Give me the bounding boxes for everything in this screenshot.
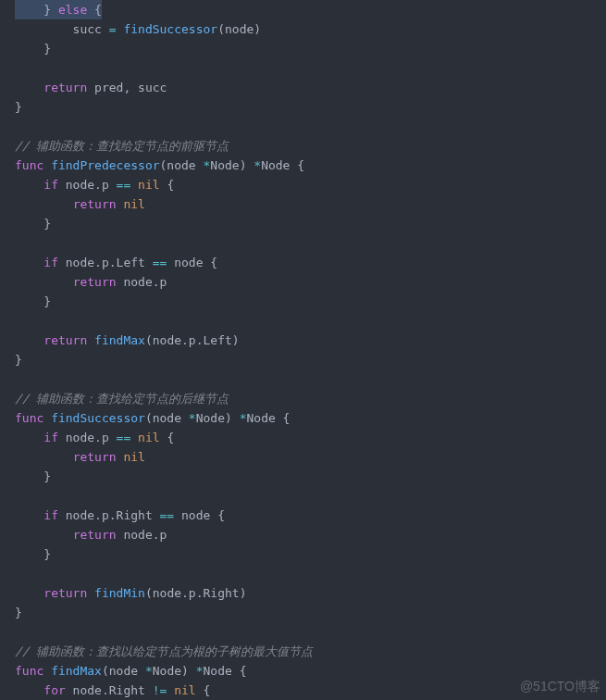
code-block: } else { succ = findSuccessor(node) } re…: [0, 0, 606, 700]
keyword-return: return: [73, 197, 117, 211]
fn-call: findSuccessor: [123, 22, 217, 36]
fn-name: findMax: [51, 664, 102, 678]
keyword-func: func: [15, 411, 43, 425]
code-token: [15, 81, 43, 94]
keyword-if: if: [43, 508, 58, 522]
keyword-func: func: [15, 664, 43, 678]
code-token: node {: [167, 256, 217, 269]
operator: ==: [117, 178, 131, 192]
literal-nil: nil: [123, 450, 144, 464]
fn-name: findSuccessor: [51, 411, 145, 425]
code-token: }: [15, 294, 51, 308]
code-token: }: [15, 547, 51, 561]
code-token: node.p: [58, 431, 117, 444]
code-token: Node {: [204, 664, 247, 678]
literal-nil: nil: [174, 683, 195, 697]
keyword-return: return: [43, 81, 87, 94]
code-token: succ: [15, 22, 109, 36]
code-token: node.p.Right: [58, 508, 160, 522]
keyword-if: if: [43, 431, 58, 444]
comment: // 辅助函数：查找给定节点的后继节点: [15, 392, 229, 406]
code-token: Node): [196, 411, 240, 425]
code-token: node.p.Left: [58, 256, 153, 269]
code-token: {: [160, 431, 175, 444]
code-token: Node {: [246, 411, 290, 425]
code-token: node.p: [117, 528, 167, 542]
code-token: Node): [210, 158, 254, 172]
keyword-return: return: [43, 586, 87, 600]
literal-nil: nil: [138, 431, 159, 444]
operator: *: [145, 664, 153, 678]
literal-nil: nil: [123, 197, 144, 211]
code-token: node {: [174, 508, 225, 522]
code-token: }: [15, 100, 22, 114]
keyword-else: else: [58, 3, 87, 17]
keyword-return: return: [73, 528, 117, 542]
code-token: {: [160, 178, 175, 192]
code-token: (node: [160, 158, 204, 172]
keyword-if: if: [43, 178, 58, 192]
operator: ==: [117, 431, 131, 444]
keyword-func: func: [15, 158, 43, 172]
code-token: {: [196, 683, 211, 697]
keyword-return: return: [73, 275, 117, 289]
operator: *: [189, 411, 196, 425]
fn-call: findMin: [94, 586, 145, 600]
keyword-return: return: [73, 450, 117, 464]
code-token: }: [15, 353, 22, 367]
code-token: (node: [145, 411, 189, 425]
code-token: node.Right: [66, 683, 153, 697]
code-token: Node {: [261, 158, 304, 172]
operator: ==: [153, 256, 167, 269]
code-token: {: [87, 3, 102, 17]
operator: !=: [153, 683, 167, 697]
fn-call: findMax: [94, 333, 145, 347]
code-token: (node.p.Right): [145, 586, 247, 600]
watermark: @51CTO博客: [520, 677, 600, 696]
code-token: }: [15, 217, 51, 231]
fn-name: findPredecessor: [51, 158, 159, 172]
operator: ==: [160, 508, 175, 522]
code-token: (node): [217, 22, 261, 36]
operator: *: [196, 664, 204, 678]
code-token: Node): [153, 664, 196, 678]
code-token: }: [15, 606, 22, 619]
code-token: }: [15, 469, 51, 483]
code-token: (node.p.Left): [145, 333, 240, 347]
operator: =: [109, 22, 117, 36]
comment: // 辅助函数：查找给定节点的前驱节点: [15, 139, 229, 153]
comment: // 辅助函数：查找以给定节点为根的子树的最大值节点: [15, 644, 313, 658]
keyword-if: if: [43, 256, 58, 269]
operator: *: [254, 158, 261, 172]
code-token: node.p: [117, 275, 167, 289]
keyword-for: for: [43, 683, 65, 697]
code-token: }: [15, 42, 51, 56]
literal-nil: nil: [138, 178, 159, 192]
code-token: (node: [102, 664, 145, 678]
code-token: pred, succ: [87, 81, 167, 94]
keyword-return: return: [43, 333, 87, 347]
code-token: node.p: [58, 178, 117, 192]
code-token: }: [15, 3, 58, 17]
